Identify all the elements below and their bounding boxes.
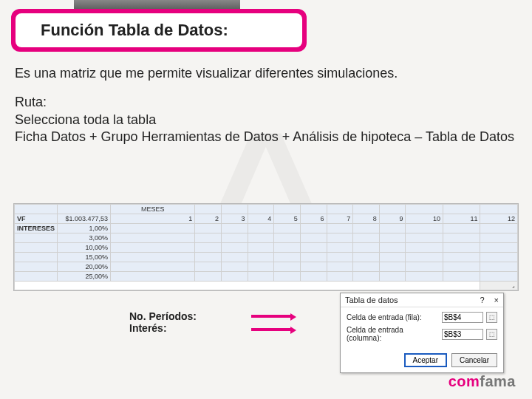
- month-cell: 5: [274, 214, 301, 224]
- rate-cell: 3,00%: [58, 233, 111, 243]
- label-periodos: No. Períodos:: [129, 310, 197, 322]
- col-input-label: Celda de entrada (columna):: [347, 326, 439, 342]
- rate-cell: 15,00%: [58, 253, 111, 262]
- body-text: Es una matriz que me permite visualizar …: [15, 65, 517, 146]
- header-meses: MESES: [111, 205, 195, 214]
- scroll-corner-icon: ⌟: [480, 282, 518, 290]
- brand-part-2: fama: [480, 373, 516, 389]
- month-cell: 8: [353, 214, 380, 224]
- help-icon[interactable]: ?: [480, 296, 484, 304]
- month-cell: 7: [327, 214, 353, 224]
- range-picker-icon[interactable]: ⬚: [486, 312, 497, 323]
- rate-cell: 10,00%: [58, 243, 111, 253]
- rate-cell: 20,00%: [58, 262, 111, 272]
- row-input-field[interactable]: [442, 312, 483, 323]
- title-banner-inner: Función Tabla de Datos:: [16, 13, 302, 47]
- dialog-titlebar: Tabla de datos ? ×: [341, 293, 503, 307]
- rate-cell: 25,00%: [58, 272, 111, 282]
- month-cell: 11: [443, 214, 480, 224]
- close-icon[interactable]: ×: [494, 296, 499, 304]
- rate-cell: 1,00%: [58, 224, 111, 233]
- ruta-label: Ruta:: [15, 94, 517, 111]
- month-cell: 12: [480, 214, 518, 224]
- intro-text: Es una matriz que me permite visualizar …: [15, 65, 517, 82]
- brand-logo: comfama: [449, 373, 516, 390]
- dialog-title: Tabla de datos: [345, 296, 398, 304]
- arrow-icon: [251, 315, 292, 318]
- spreadsheet-preview: MESES VF $1.003.477,53 1 2 3 4 5 6 7 8 9…: [13, 203, 519, 291]
- cancel-button[interactable]: Cancelar: [451, 353, 497, 367]
- range-picker-icon[interactable]: ⬚: [486, 329, 497, 340]
- slide-title: Función Tabla de Datos:: [41, 21, 228, 40]
- label-interes: Interés:: [129, 322, 197, 334]
- row-vf-value: $1.003.477,53: [58, 214, 111, 224]
- month-cell: 1: [111, 214, 195, 224]
- month-cell: 2: [195, 214, 222, 224]
- field-labels: No. Períodos: Interés:: [129, 310, 197, 334]
- brand-part-1: com: [449, 373, 480, 389]
- month-cell: 4: [248, 214, 274, 224]
- title-banner: Función Tabla de Datos:: [11, 9, 307, 52]
- arrow-icon: [251, 328, 292, 331]
- month-cell: 3: [221, 214, 248, 224]
- ruta-step-1: Selecciona toda la tabla: [15, 112, 517, 129]
- month-cell: 6: [300, 214, 327, 224]
- data-table-dialog: Tabla de datos ? × Celda de entrada (fil…: [340, 293, 504, 373]
- row-int-label: INTERESES: [15, 224, 58, 233]
- row-input-label: Celda de entrada (fila):: [347, 313, 439, 321]
- row-vf-label: VF: [15, 214, 58, 224]
- col-input-field[interactable]: [442, 329, 483, 340]
- ruta-step-2: Ficha Datos + Grupo Herramientas de Dato…: [15, 129, 517, 146]
- month-cell: 9: [379, 214, 406, 224]
- month-cell: 10: [406, 214, 443, 224]
- accept-button[interactable]: Aceptar: [404, 353, 447, 367]
